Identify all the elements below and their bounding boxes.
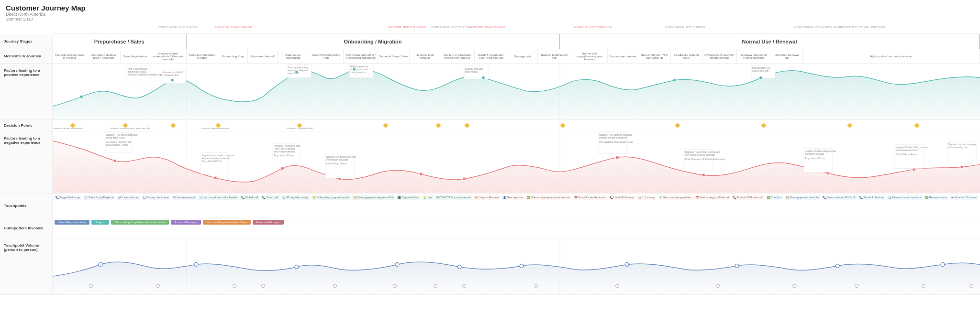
moment-13: Get buy-in from team toward new features [440, 49, 475, 63]
moment-8: Team setup / Resourcing [278, 49, 309, 63]
subtitle-line1: Direct North America [6, 12, 974, 17]
svg-point-105 [625, 263, 629, 267]
svg-point-21 [80, 95, 83, 98]
tp-25: 📋 Disengagement checklist [784, 195, 821, 200]
tp-9: 📊 30 day tally survey [281, 195, 310, 200]
tp-6: 📧 Intro email and call schedule [198, 195, 238, 200]
tp-7: 📞 Kickoff call [240, 195, 259, 200]
svg-text:Really enjoyed the: Really enjoyed the [350, 65, 368, 68]
tp-17: ✅ Onboarding expectations are met [525, 195, 571, 200]
tp-14: ✉ CTA/CTA Automated email [435, 195, 472, 200]
svg-text:Olivia Williams, Primus: Olivia Williams, Primus [106, 144, 128, 146]
svg-text:new features caused confusion: new features caused confusion [685, 154, 715, 156]
svg-text:Amy Bates, Florence Park: Amy Bates, Florence Park [106, 141, 132, 143]
svg-text:Negative: POC feeling pressure: Negative: POC feeling pressured [106, 134, 138, 136]
svg-point-50 [214, 176, 217, 180]
role-support: Support [91, 220, 109, 225]
tp-18: 📅 Handoff calendar invite [573, 195, 607, 200]
svg-text:Emily Stevenson, GoldSmith Tec: Emily Stevenson, GoldSmith Technologies [685, 158, 726, 161]
moment-20: Feedback / Support issue [671, 49, 702, 63]
tp-26: 📞 New customer POC call [822, 195, 857, 200]
tp-23: 📞 Formal CRM intro call [732, 195, 764, 200]
moment-16: Rapport building with rep [538, 49, 571, 63]
svg-point-109 [89, 284, 93, 288]
svg-point-108 [941, 263, 945, 267]
svg-point-123 [970, 284, 973, 288]
moment-4: Get buy-in from stakeholders / Advocate … [150, 49, 187, 63]
svg-text:Olivia Williams, Primus: Olivia Williams, Primus [896, 153, 918, 156]
positive-chart: Able to connect with existing tools easi… [53, 64, 980, 119]
tp-1: 📞 Trigger Follow-up [54, 195, 81, 200]
moment-22: Renewal: Review of Pricing Structure [737, 49, 771, 63]
tp-15: 🎫 Support Request [473, 195, 500, 200]
stage-normal: Normal Use / Renewal [560, 34, 980, 49]
svg-text:existing tools easily.: existing tools easily. [128, 71, 147, 73]
volume-row: Touchpoint Volume (person to person) [0, 238, 980, 295]
svg-text:Negative: Unclear billing stru: Negative: Unclear billing structure [896, 146, 928, 149]
svg-point-121 [855, 284, 858, 288]
tp-10: 🤝 Onboarding support handoff [311, 195, 351, 200]
svg-text:Decision: comparing tools, try: Decision: comparing tools, trying free H… [110, 127, 150, 130]
decision-points-label: Decision Points [0, 120, 53, 131]
svg-text:contacts and billing confusion: contacts and billing confusion [599, 137, 627, 139]
phase-poc-3: CORE THEME: POC BURDEN [665, 26, 705, 29]
negative-chart: Negative: POC feeling pressured during d… [53, 131, 980, 193]
moment-10: Tech Setup: Marketing / Unexpected chall… [344, 49, 378, 63]
tp-8: 📞 Setup call [261, 195, 279, 200]
svg-text:Amy Lathrop, Primus: Amy Lathrop, Primus [202, 161, 223, 163]
svg-text:Negative: "You told me that!": Negative: "You told me that!" [274, 145, 301, 147]
role-account-manager: Account Manager [171, 220, 201, 225]
page-title: Customer Journey Map [6, 4, 974, 12]
phase-confusion: CORE THEME: CONFUSION ON PRICING STRUCTU… [794, 26, 885, 29]
svg-text:easy to work with.: easy to work with. [752, 70, 769, 72]
svg-text:Olivia Williams, The Network G: Olivia Williams, The Network Group [599, 141, 633, 143]
touchpoints-row: Touchpoints 📞 Trigger Follow-up 📋 Sales … [0, 194, 980, 218]
svg-point-59 [960, 165, 964, 169]
tp-12: 🎥 Support/Video [396, 195, 420, 200]
moment-1: Pair with Existing tools or process [53, 49, 87, 63]
moment-15: Strategy calls [508, 49, 538, 63]
moment-14: Handoff / Graduation Call / Next step ca… [475, 49, 508, 63]
svg-point-104 [520, 264, 523, 268]
tp-19: 📞 Handoff follow-up [608, 195, 635, 200]
journey-stages-label: Journey Stages [0, 34, 53, 49]
moment-5: Sales-to-Onboarding Handoff [187, 49, 218, 63]
svg-point-27 [759, 76, 763, 79]
svg-point-100 [194, 263, 198, 267]
volume-chart [53, 238, 980, 294]
svg-point-53 [420, 173, 423, 176]
phase-handoff-rep-1: HANDOFF: REP TURNOVER [388, 26, 426, 29]
volume-label: Touchpoint Volume (person to person) [0, 238, 53, 295]
svg-point-113 [334, 284, 337, 288]
svg-point-112 [262, 284, 265, 288]
svg-point-116 [463, 284, 466, 288]
tp-21: 📧 New customer pay letter [657, 195, 693, 200]
moment-7: Automated handoff [248, 49, 278, 63]
role-renewal-manager: Renewal Manager [253, 220, 284, 225]
tp-3: 🔗 Links sent out [117, 195, 140, 200]
svg-text:Negative: Not getting the setu: Negative: Not getting the setup [326, 156, 356, 158]
svg-marker-38 [560, 123, 566, 129]
tp-22: 📅 Best strategy call/referral [694, 195, 730, 200]
tp-13: 💡 Idea [422, 195, 434, 200]
role-success-rep: Success Representative / Team [203, 220, 251, 225]
moment-2: Comparing multiple tools / Research [87, 49, 121, 63]
negative-factors-row: Factors leading to a negative experience [0, 131, 980, 194]
moment-21: Awareness of renewal / pricing change [702, 49, 737, 63]
moment-9: Calls with Onboarding Rep [309, 49, 344, 63]
svg-point-106 [735, 264, 739, 268]
svg-marker-42 [914, 123, 920, 129]
moment-18: Success rep turnover [608, 49, 638, 63]
moments-row: Moments in Journey Pair with Existing to… [0, 49, 980, 64]
svg-text:Amazing onboarding: Amazing onboarding [288, 66, 308, 69]
svg-point-103 [457, 265, 461, 269]
svg-marker-35 [383, 123, 389, 129]
moments-label: Moments in Journey [0, 49, 53, 64]
svg-marker-41 [847, 123, 853, 129]
svg-point-54 [463, 177, 466, 181]
svg-text:they thought they'd get: they thought they'd get [326, 159, 348, 161]
svg-text:training sessions.: training sessions. [350, 71, 367, 74]
svg-text:and pricing changes: and pricing changes [805, 153, 824, 155]
touchpoints-label: Touchpoints [0, 194, 53, 218]
moment-3: Sales Negotiations [121, 49, 150, 63]
